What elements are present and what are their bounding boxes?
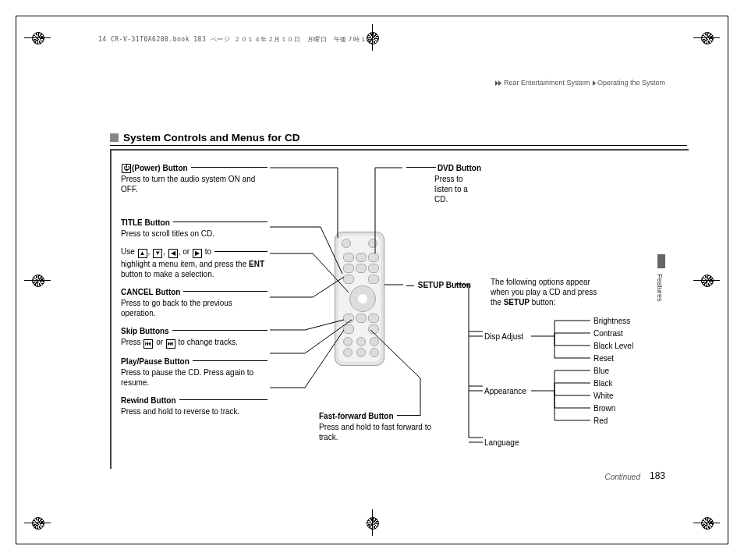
- continued-label: Continued: [604, 473, 640, 481]
- menu-intro-text: The following options appear when you pl…: [491, 277, 600, 307]
- chevron-right-icon: ▶▶: [495, 79, 501, 87]
- content-area: ⏻ (Power) Button Press to turn the audio…: [118, 160, 679, 472]
- breadcrumb-item: Rear Entertainment System: [504, 79, 590, 87]
- chevron-right-icon: ▶: [593, 79, 596, 87]
- content-frame-rule: [110, 149, 689, 151]
- registration-mark: [24, 509, 51, 536]
- registration-mark: [693, 267, 720, 293]
- content-frame-rule: [110, 149, 112, 469]
- breadcrumb: ▶▶Rear Entertainment System ▶Operating t…: [493, 79, 665, 87]
- breadcrumb-item: Operating the System: [597, 79, 665, 87]
- section-heading: System Controls and Menus for CD: [110, 132, 687, 146]
- section-title: System Controls and Menus for CD: [123, 132, 300, 144]
- page-number: 183: [650, 470, 665, 481]
- registration-mark: [359, 509, 385, 536]
- menu-tree-lines: [453, 316, 679, 456]
- registration-mark: [693, 24, 720, 51]
- registration-mark: [24, 267, 51, 293]
- registration-mark: [693, 509, 720, 536]
- page-frame: 14 CR-V-31T0A6200.book 183 ページ ２０１４年２月１０…: [16, 16, 728, 544]
- section-bullet-icon: [110, 133, 119, 142]
- file-header: 14 CR-V-31T0A6200.book 183 ページ ２０１４年２月１０…: [98, 35, 374, 44]
- registration-mark: [24, 24, 51, 51]
